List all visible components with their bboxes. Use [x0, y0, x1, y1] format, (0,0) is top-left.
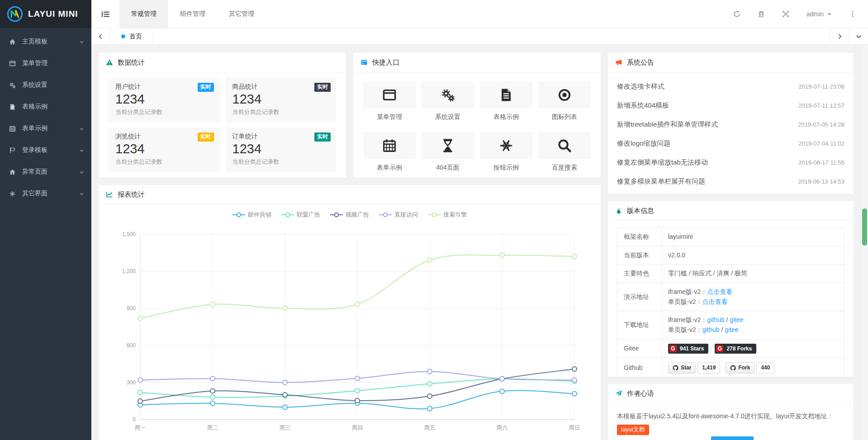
brand-logo[interactable]: LAYUI MINI: [0, 0, 91, 28]
data-point[interactable]: [500, 253, 504, 257]
gitee-badge[interactable]: G278 Forks: [715, 344, 756, 354]
sidebar-item-5[interactable]: 表单示例: [0, 118, 91, 139]
sidebar-item-4[interactable]: 表格示例: [0, 96, 91, 118]
menu-collapse-icon[interactable]: [91, 0, 119, 28]
stat-card-3[interactable]: 浏览统计1234当前分类总记录数实时: [109, 128, 219, 172]
data-point[interactable]: [283, 393, 287, 397]
legend-item-5[interactable]: 搜索引擎: [428, 211, 467, 219]
data-point[interactable]: [138, 390, 142, 395]
legend-item-4[interactable]: 直接访问: [379, 211, 418, 219]
data-point[interactable]: [210, 302, 215, 307]
data-point[interactable]: [210, 376, 215, 381]
stat-card-4[interactable]: 订单统计1234当前分类总记录数实时: [226, 128, 337, 172]
sidebar-item-8[interactable]: 其它界面: [0, 183, 91, 204]
data-point[interactable]: [138, 316, 142, 321]
version-link[interactable]: github: [702, 326, 719, 333]
top-nav-item-1[interactable]: 常规管理: [119, 0, 168, 28]
quick-entry-1[interactable]: 菜单管理: [363, 81, 416, 121]
trash-icon[interactable]: [758, 10, 765, 18]
notice-item-text: 修复多模块菜单栏展开有问题: [617, 177, 793, 186]
right-region: 系统公告 修改选项卡样式2019-07-11 23:06新增系统404模板201…: [608, 53, 854, 440]
version-link[interactable]: github: [707, 316, 724, 323]
notice-item-2[interactable]: 新增系统404模板2019-07-11 12:57: [617, 96, 844, 115]
data-point[interactable]: [283, 306, 287, 311]
version-text: /: [725, 316, 730, 323]
fullscreen-icon[interactable]: [782, 10, 789, 18]
sidebar-item-2[interactable]: 菜单管理: [0, 52, 91, 74]
stat-card-2[interactable]: 商品统计1234当前分类总记录数实时: [226, 78, 337, 122]
legend-item-3[interactable]: 视频广告: [330, 211, 369, 219]
notice-item-4[interactable]: 修改logo缩放问题2019-07-04 11:02: [617, 134, 844, 153]
data-point[interactable]: [210, 389, 215, 393]
version-link[interactable]: gitee: [730, 316, 743, 323]
data-point[interactable]: [355, 398, 360, 403]
tab-scroll-left-icon[interactable]: [91, 28, 110, 44]
quick-entry-3[interactable]: 表格示例: [480, 81, 532, 121]
notice-item-6[interactable]: 修复多模块菜单栏展开有问题2019-06-13 14:53: [617, 172, 844, 191]
tab-scroll-right-icon[interactable]: [830, 28, 849, 44]
github-count[interactable]: 440: [756, 362, 774, 374]
more-options-icon[interactable]: [849, 10, 856, 18]
sidebar-item-3[interactable]: 系统设置: [0, 74, 91, 96]
data-point[interactable]: [355, 302, 360, 307]
data-point[interactable]: [427, 369, 432, 374]
data-point[interactable]: [500, 377, 504, 381]
data-point[interactable]: [210, 401, 215, 406]
layui-doc-badge[interactable]: layui文档: [617, 425, 649, 435]
version-link[interactable]: gitee: [725, 326, 738, 333]
notice-item-3[interactable]: 新增treetable插件和菜单管理样式2019-07-05 14:28: [617, 115, 844, 134]
github-star-button[interactable]: Star: [668, 362, 696, 374]
user-menu[interactable]: admin: [806, 10, 832, 18]
sidebar-item-label: 菜单管理: [22, 59, 47, 67]
data-point[interactable]: [572, 392, 577, 396]
top-nav-item-3[interactable]: 其它管理: [217, 0, 266, 28]
data-point[interactable]: [572, 254, 577, 259]
data-point[interactable]: [283, 405, 287, 409]
data-point[interactable]: [427, 406, 432, 411]
quick-entry-label: 系统设置: [422, 113, 474, 121]
quick-entry-7[interactable]: 按钮示例: [480, 132, 532, 172]
data-point[interactable]: [210, 395, 215, 399]
data-point[interactable]: [427, 382, 432, 386]
quick-entry-2[interactable]: 系统设置: [422, 81, 474, 121]
data-point[interactable]: [283, 380, 287, 385]
quick-entry-8[interactable]: 百度搜索: [538, 132, 591, 172]
data-point[interactable]: [500, 389, 504, 393]
github-count[interactable]: 1,419: [697, 362, 720, 374]
scrollbar-thumb[interactable]: [862, 208, 867, 246]
legend-item-2[interactable]: 联盟广告: [281, 211, 320, 219]
sidebar-item-label: 其它界面: [22, 189, 47, 198]
data-point[interactable]: [138, 378, 142, 383]
username: admin: [806, 10, 824, 18]
github-fork-button[interactable]: Fork: [726, 362, 754, 374]
sidebar-item-1[interactable]: 主页模板: [0, 31, 91, 52]
notice-item-1[interactable]: 修改选项卡样式2019-07-11 23:06: [617, 77, 844, 96]
data-point[interactable]: [355, 388, 360, 393]
version-link[interactable]: 点击查看: [707, 288, 732, 295]
tab-operations-icon[interactable]: [849, 28, 868, 44]
version-link[interactable]: 点击查看: [702, 298, 727, 305]
data-point[interactable]: [138, 399, 142, 403]
data-point[interactable]: [572, 378, 577, 383]
refresh-icon[interactable]: [733, 10, 740, 18]
vertical-scrollbar[interactable]: [861, 45, 868, 440]
data-point[interactable]: [427, 394, 432, 398]
tab-home[interactable]: 首页: [110, 28, 153, 44]
notice-item-5[interactable]: 修复左侧菜单缩放tab无法移动2019-06-17 11:55: [617, 153, 844, 172]
data-point[interactable]: [427, 258, 432, 262]
sidebar-item-6[interactable]: 登录模板: [0, 139, 91, 161]
join-qq-badge[interactable]: 加入QQ群: [711, 436, 754, 440]
quick-entry-6[interactable]: 404页面: [422, 132, 474, 172]
quick-entry-5[interactable]: 表单示例: [363, 132, 416, 172]
top-nav-item-2[interactable]: 组件管理: [168, 0, 217, 28]
data-point[interactable]: [572, 367, 577, 371]
sidebar-item-7[interactable]: 异常页面: [0, 161, 91, 183]
data-point[interactable]: [355, 376, 360, 381]
quick-entry-label: 表单示例: [363, 164, 416, 172]
notice-item-date: 2019-07-05 14:28: [798, 121, 844, 128]
stat-card-1[interactable]: 用户统计1234当前分类总记录数实时: [109, 78, 219, 122]
quick-entry-4[interactable]: 图标列表: [538, 81, 591, 121]
sidebar-item-label: 表单示例: [22, 124, 47, 132]
gitee-badge[interactable]: G941 Stars: [668, 344, 708, 354]
legend-item-1[interactable]: 邮件营销: [232, 211, 271, 219]
